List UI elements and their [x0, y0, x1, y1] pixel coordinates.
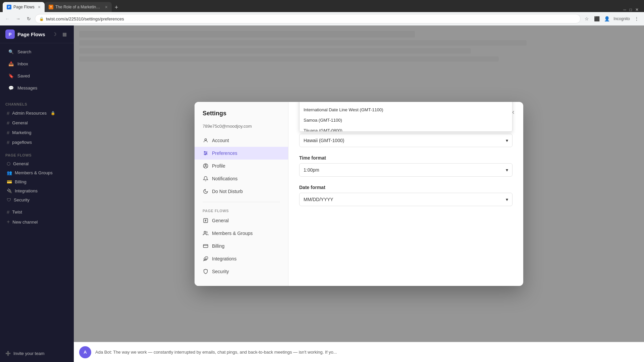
timezone-option-10[interactable]: Tijuana (GMT-0800) — [300, 125, 512, 132]
channels-section-header: Channels — [0, 100, 74, 108]
date-format-select[interactable]: MM/DD/YYYY ▾ — [299, 193, 513, 206]
sidebar-pf-general[interactable]: ⬡ General — [1, 159, 72, 168]
sidebar-header-icons: ☽ ▦ — [50, 30, 68, 38]
sidebar-twist[interactable]: # Twist — [1, 207, 72, 217]
svg-point-8 — [205, 164, 206, 166]
search-icon: 🔍 — [8, 49, 14, 55]
sidebar-item-saved[interactable]: 🔖 Saved — [3, 70, 71, 81]
sidebar-pf-billing[interactable]: 💳 Billing — [1, 177, 72, 186]
settings-nav-pf-billing-label: Billing — [212, 243, 224, 249]
settings-nav-pf-integrations[interactable]: Integrations — [195, 252, 288, 265]
settings-nav-pf-security[interactable]: Security — [195, 265, 288, 278]
tab-close-1[interactable]: × — [38, 4, 41, 10]
forward-button[interactable]: → — [13, 14, 23, 23]
app-name: Page Flows — [17, 32, 48, 37]
sidebar-pf-integrations[interactable]: 🔌 Integrations — [1, 186, 72, 195]
time-format-value: 1:00pm — [304, 167, 319, 173]
pf-general-label: General — [13, 161, 29, 166]
tab-page-flows[interactable]: P Page Flows × — [3, 2, 45, 12]
settings-nav-pf-security-label: Security — [212, 269, 229, 274]
hash-icon-twist: # — [7, 209, 9, 215]
settings-nav-preferences[interactable]: Preferences — [195, 147, 288, 160]
settings-nav-profile-label: Profile — [212, 163, 225, 169]
lock-icon: 🔒 — [51, 111, 55, 115]
pf-integrations-label: Integrations — [15, 188, 38, 193]
sidebar-channel-admin-resources[interactable]: # Admin Resources 🔒 — [1, 108, 72, 118]
hash-icon: # — [7, 110, 9, 116]
sidebar-new-channel[interactable]: + New channel — [1, 217, 72, 227]
settings-nav-pf-general-label: General — [212, 218, 229, 223]
messages-label: Messages — [17, 85, 37, 90]
main-content: A Ada Bot: The way we work — constantly … — [74, 25, 644, 362]
tab-close-2[interactable]: × — [105, 4, 108, 10]
svg-point-10 — [204, 231, 206, 233]
timezone-option-7[interactable]: Indiana (East) (GMT-0500) — [300, 102, 512, 105]
timezone-option-9[interactable]: Samoa (GMT-1100) — [300, 115, 512, 125]
timezone-option-8[interactable]: International Date Line West (GMT-1100) — [300, 105, 512, 115]
date-format-label: Date format — [299, 185, 513, 190]
app-logo: P — [5, 29, 15, 39]
minimize-button[interactable]: ─ — [623, 7, 626, 12]
settings-email: 789e75c0@moodjoy.com — [195, 124, 288, 134]
bookmark-button[interactable]: ☆ — [582, 14, 591, 23]
pf-section-header: Page Flows — [0, 151, 74, 159]
address-bar[interactable]: 🔒 twist.com/a/225310/settings/preference… — [35, 14, 581, 23]
ssl-lock-icon: 🔒 — [39, 17, 44, 21]
sliders-icon — [203, 150, 209, 156]
extensions-button[interactable]: ⬛ — [592, 14, 601, 23]
svg-point-6 — [205, 154, 206, 155]
timezone-form-group: Time zone Hawaii (GMT-1000) Alaska (GMT-… — [299, 126, 513, 147]
svg-point-4 — [204, 151, 205, 152]
profile-button[interactable]: 👤 — [602, 14, 611, 23]
invite-team-button[interactable]: ➕ Invite your team — [5, 349, 68, 358]
settings-nav-pf-general[interactable]: General — [195, 214, 288, 227]
time-format-select[interactable]: 1:00pm ▾ — [299, 163, 513, 177]
plus-icon: + — [7, 219, 10, 225]
new-tab-button[interactable]: + — [112, 3, 121, 12]
account-icon — [203, 137, 209, 143]
sidebar-nav: 🔍 Search 📥 Inbox 🔖 Saved 💬 Messages — [0, 43, 74, 96]
browser-toolbar: ← → ↻ 🔒 twist.com/a/225310/settings/pref… — [0, 12, 644, 25]
hash-icon: # — [7, 120, 9, 126]
settings-nav-account[interactable]: Account — [195, 134, 288, 147]
layout-toggle-button[interactable]: ▦ — [60, 30, 68, 38]
pf-section-label: Page Flows — [5, 153, 68, 157]
profile-icon — [203, 163, 209, 169]
sidebar-pf-members[interactable]: 👥 Members & Groups — [1, 168, 72, 177]
saved-label: Saved — [17, 73, 30, 78]
svg-point-0 — [205, 138, 206, 140]
pf-members-label: Members & Groups — [15, 170, 53, 175]
settings-pf-section: Page Flows — [195, 206, 288, 214]
sidebar-pf-security[interactable]: 🛡 Security — [1, 195, 72, 204]
date-format-value: MM/DD/YYYY — [304, 197, 333, 202]
maximize-button[interactable]: □ — [630, 7, 632, 12]
shield-icon: 🛡 — [7, 197, 11, 202]
tab-marketing[interactable]: T The Role of a Marketing Depart... × — [45, 2, 112, 12]
settings-nav-preferences-label: Preferences — [212, 150, 237, 156]
theme-toggle-button[interactable]: ☽ — [50, 30, 58, 38]
sidebar-item-inbox[interactable]: 📥 Inbox — [3, 58, 71, 69]
timezone-select-trigger[interactable]: Hawaii (GMT-1000) ▾ — [299, 134, 513, 147]
settings-nav-profile[interactable]: Profile — [195, 160, 288, 172]
sidebar-item-search[interactable]: 🔍 Search — [3, 46, 71, 57]
sidebar-channel-pageflows[interactable]: # pageflows — [1, 137, 72, 147]
tab-title-1: Page Flows — [13, 5, 35, 9]
sidebar-item-messages[interactable]: 💬 Messages — [3, 82, 71, 94]
back-button[interactable]: ← — [3, 14, 12, 23]
settings-nav-pf-members[interactable]: Members & Groups — [195, 227, 288, 240]
new-channel-label: New channel — [12, 220, 38, 225]
people-settings-icon — [203, 230, 209, 236]
invite-icon: ➕ — [5, 351, 11, 356]
sidebar-channel-marketing[interactable]: # Marketing — [1, 128, 72, 137]
settings-divider — [203, 202, 280, 202]
reload-button[interactable]: ↻ — [24, 14, 34, 23]
settings-nav-notifications[interactable]: Notifications — [195, 172, 288, 185]
settings-nav-dnd[interactable]: Do Not Disturb — [195, 185, 288, 198]
channel-name-marketing: Marketing — [12, 130, 31, 135]
close-window-button[interactable]: ✕ — [635, 7, 639, 12]
menu-button[interactable]: ⋮ — [632, 14, 641, 23]
settings-nav-pf-billing[interactable]: Billing — [195, 240, 288, 252]
channel-name-admin: Admin Resources — [12, 111, 47, 116]
bottom-message-bar: A Ada Bot: The way we work — constantly … — [74, 342, 644, 362]
sidebar-channel-general[interactable]: # General — [1, 118, 72, 128]
